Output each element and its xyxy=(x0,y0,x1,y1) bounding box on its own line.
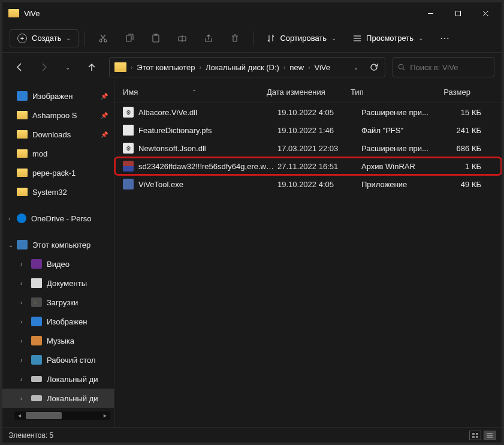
pin-icon: 📌 xyxy=(101,112,108,119)
sidebar-item[interactable]: ⌄Этот компьютер xyxy=(2,235,114,254)
sidebar-item[interactable]: Изображен📌 xyxy=(2,86,114,106)
file-row[interactable]: Newtonsoft.Json.dll17.03.2021 22:03Расши… xyxy=(114,139,502,157)
chevron-down-icon: ⌄ xyxy=(331,35,336,41)
breadcrumb-item[interactable]: Этот компьютер xyxy=(134,63,197,72)
svg-rect-7 xyxy=(153,35,159,42)
scroll-thumb[interactable] xyxy=(26,412,62,419)
sidebar-item[interactable]: ›Локальный ди xyxy=(2,369,114,389)
plus-icon: + xyxy=(17,34,27,43)
col-type[interactable]: Тип xyxy=(351,88,428,97)
close-button[interactable] xyxy=(472,4,499,23)
view-button[interactable]: Просмотреть ⌄ xyxy=(346,30,430,46)
maximize-button[interactable] xyxy=(444,4,472,23)
file-date: 19.10.2022 1:46 xyxy=(277,126,361,135)
file-name: Albacore.ViVe.dll xyxy=(138,108,277,117)
file-icon xyxy=(123,125,134,136)
sidebar-item[interactable]: ›OneDrive - Perso xyxy=(2,209,114,228)
content: Изображен📌Ashampoo S📌Downloads📌modpepe-p… xyxy=(2,82,502,427)
sort-button[interactable]: Сортировать ⌄ xyxy=(259,30,343,46)
paste-button[interactable] xyxy=(144,28,168,49)
search-box[interactable] xyxy=(393,57,494,77)
breadcrumb[interactable]: › Этот компьютер › Локальный диск (D:) ›… xyxy=(109,57,385,77)
file-icon xyxy=(123,143,134,154)
file-type: Расширение при... xyxy=(361,144,439,153)
sidebar-item[interactable]: Downloads📌 xyxy=(2,125,114,144)
file-row[interactable]: FeatureDictionary.pfs19.10.2022 1:46Файл… xyxy=(114,121,502,139)
file-name: FeatureDictionary.pfs xyxy=(138,126,277,135)
minimize-button[interactable] xyxy=(417,4,444,23)
new-label: Создать xyxy=(32,34,61,43)
share-button[interactable] xyxy=(197,28,221,49)
chevron-right-icon: › xyxy=(130,64,133,71)
sidebar-item[interactable]: ›Загрузки xyxy=(2,293,114,312)
search-input[interactable] xyxy=(410,63,489,72)
sidebar-item[interactable]: Ashampoo S📌 xyxy=(2,106,114,125)
sidebar-label: Загрузки xyxy=(47,298,78,307)
col-size[interactable]: Размер xyxy=(428,88,470,97)
sidebar-item[interactable]: ›Видео xyxy=(2,254,114,273)
sidebar-scrollbar[interactable]: ◄ ► xyxy=(14,411,110,420)
svg-rect-6 xyxy=(126,35,131,41)
file-type: Архив WinRAR xyxy=(361,162,439,171)
svg-rect-1 xyxy=(455,11,460,16)
svg-rect-16 xyxy=(476,433,478,435)
sidebar-item[interactable]: ›Документы xyxy=(2,273,114,293)
folder-icon xyxy=(17,111,28,119)
recent-button[interactable]: ⌄ xyxy=(58,57,78,77)
more-button[interactable]: ⋯ xyxy=(433,28,457,49)
delete-button[interactable] xyxy=(223,28,247,49)
breadcrumb-item[interactable]: new xyxy=(287,63,306,72)
rename-button[interactable] xyxy=(170,28,194,49)
copy-button[interactable] xyxy=(117,28,141,49)
sidebar-item[interactable]: ›Музыка xyxy=(2,331,114,350)
col-name[interactable]: Имя⌃ xyxy=(123,88,267,97)
img-icon xyxy=(17,91,28,101)
separator xyxy=(253,31,253,46)
scroll-left-icon[interactable]: ◄ xyxy=(14,413,25,419)
svg-rect-15 xyxy=(472,433,475,435)
chevron-icon: › xyxy=(20,280,26,287)
status-text: Элементов: 5 xyxy=(8,431,53,440)
sidebar-item[interactable]: pepe-pack-1 xyxy=(2,163,114,182)
refresh-button[interactable] xyxy=(366,57,382,77)
chevron-icon: › xyxy=(20,395,26,402)
file-list: Имя⌃ Дата изменения Тип Размер Albacore.… xyxy=(114,82,502,427)
breadcrumb-item[interactable]: ViVe xyxy=(312,63,333,72)
sidebar-label: Этот компьютер xyxy=(32,240,90,249)
view-details-button[interactable] xyxy=(484,431,496,440)
chevron-right-icon: › xyxy=(283,64,286,71)
desk-icon xyxy=(31,355,42,365)
file-date: 17.03.2021 22:03 xyxy=(277,144,361,153)
video-icon xyxy=(31,259,42,269)
new-button[interactable]: + Создать ⌄ xyxy=(10,29,79,47)
sidebar-item[interactable]: ›Изображен xyxy=(2,312,114,331)
music-icon xyxy=(31,336,42,345)
view-thumbnails-button[interactable] xyxy=(469,431,481,440)
forward-button[interactable] xyxy=(34,57,54,77)
file-row[interactable]: Albacore.ViVe.dll19.10.2022 4:05Расширен… xyxy=(114,103,502,121)
sidebar-item[interactable]: ›Локальный ди xyxy=(2,389,114,408)
sidebar-item[interactable]: ›Рабочий стол xyxy=(2,350,114,369)
file-type: Расширение при... xyxy=(361,108,439,117)
file-row[interactable]: ViVeTool.exe19.10.2022 4:05Приложение49 … xyxy=(114,175,502,193)
up-button[interactable] xyxy=(82,57,102,77)
cut-button[interactable] xyxy=(91,28,115,49)
history-button[interactable]: ⌄ xyxy=(348,57,364,77)
file-type: Файл "PFS" xyxy=(361,126,439,135)
back-button[interactable] xyxy=(10,57,30,77)
titlebar: ViVe xyxy=(2,2,502,24)
sidebar-item[interactable]: System32 xyxy=(2,182,114,202)
file-icon xyxy=(123,161,134,172)
scroll-right-icon[interactable]: ► xyxy=(100,413,110,419)
sort-icon xyxy=(267,34,275,43)
sidebar-label: Документы xyxy=(47,279,87,288)
col-date[interactable]: Дата изменения xyxy=(267,88,351,97)
chevron-icon: › xyxy=(20,261,26,267)
sidebar-label: OneDrive - Perso xyxy=(31,214,91,223)
file-row[interactable]: sd23426ffdaw32!!!re56sdfy64g,ere.we55.ra… xyxy=(114,157,502,175)
chevron-down-icon: ⌄ xyxy=(418,35,423,41)
breadcrumb-item[interactable]: Локальный диск (D:) xyxy=(203,63,282,72)
chevron-icon: › xyxy=(8,215,14,222)
sidebar-label: Downloads xyxy=(32,130,71,139)
sidebar-item[interactable]: mod xyxy=(2,144,114,163)
